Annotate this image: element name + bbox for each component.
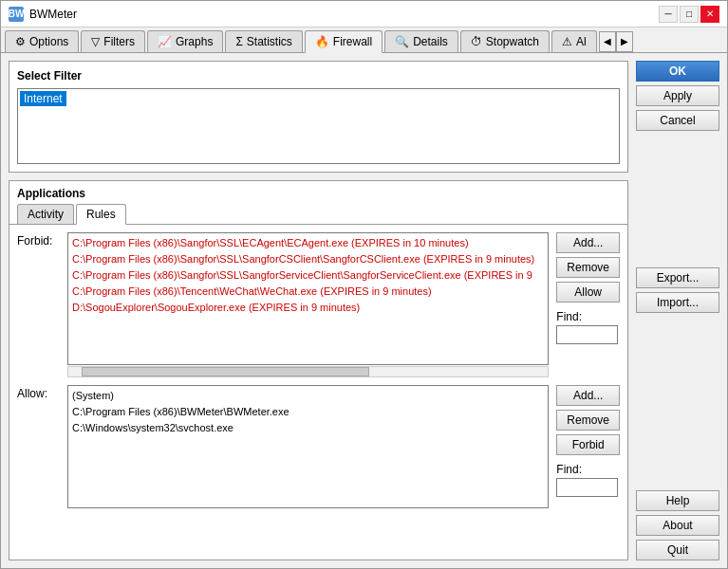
rules-content: Forbid: C:\Program Files (x86)\Sangfor\S… bbox=[9, 225, 627, 560]
about-button[interactable]: About bbox=[636, 515, 719, 536]
tab-nav-right[interactable]: ▶ bbox=[616, 31, 633, 52]
forbid-label: Forbid: bbox=[17, 232, 60, 248]
statistics-icon: Σ bbox=[235, 35, 242, 48]
tab-al-label: Al bbox=[576, 35, 587, 48]
forbid-scrollbar-thumb bbox=[82, 367, 369, 376]
forbid-find-section: Find: bbox=[556, 310, 620, 344]
allow-label: Allow: bbox=[17, 385, 60, 400]
allow-find-label: Find: bbox=[556, 463, 620, 476]
close-button[interactable]: ✕ bbox=[700, 6, 719, 23]
main-panel: Select Filter Internet Applications Acti… bbox=[9, 61, 628, 560]
select-filter-section: Select Filter Internet bbox=[9, 61, 628, 173]
stopwatch-icon: ⏱ bbox=[471, 35, 482, 48]
tab-filters[interactable]: ▽ Filters bbox=[81, 30, 145, 52]
firewall-icon: 🔥 bbox=[315, 35, 329, 48]
title-bar-left: BW BWMeter bbox=[9, 7, 77, 22]
apply-button[interactable]: Apply bbox=[636, 85, 719, 106]
content-area: Select Filter Internet Applications Acti… bbox=[1, 53, 727, 568]
filters-icon: ▽ bbox=[91, 35, 100, 48]
maximize-button[interactable]: □ bbox=[680, 6, 699, 23]
details-icon: 🔍 bbox=[395, 35, 409, 48]
help-button[interactable]: Help bbox=[636, 490, 719, 511]
graphs-icon: 📈 bbox=[158, 35, 172, 48]
allow-buttons: Add... Remove Forbid Find: bbox=[556, 385, 620, 497]
forbid-buttons: Add... Remove Allow Find: bbox=[556, 232, 620, 344]
filter-selected-item[interactable]: Internet bbox=[20, 91, 66, 106]
al-icon: ⚠ bbox=[562, 35, 572, 48]
tab-details-label: Details bbox=[413, 35, 448, 48]
list-item: C:\Program Files (x86)\Sangfor\SSL\Sangf… bbox=[70, 267, 546, 284]
allow-section: Allow: (System) C:\Program Files (x86)\B… bbox=[17, 385, 620, 552]
list-item: C:\Windows\system32\svchost.exe bbox=[70, 420, 546, 436]
tab-firewall[interactable]: 🔥 Firewall bbox=[305, 30, 383, 53]
allow-find-section: Find: bbox=[556, 463, 620, 497]
forbid-scrollbar[interactable] bbox=[67, 366, 549, 377]
list-item: D:\SogouExplorer\SogouExplorer.exe (EXPI… bbox=[70, 300, 546, 316]
forbid-list-wrapper: C:\Program Files (x86)\Sangfor\SSL\ECAge… bbox=[67, 232, 549, 377]
quit-button[interactable]: Quit bbox=[636, 540, 719, 560]
list-item: (System) bbox=[70, 388, 546, 404]
app-icon-text: BW bbox=[9, 9, 25, 19]
forbid-section: Forbid: C:\Program Files (x86)\Sangfor\S… bbox=[17, 232, 620, 377]
side-mid-buttons: Export... Import... bbox=[636, 135, 719, 479]
forbid-find-input[interactable] bbox=[556, 325, 618, 344]
allow-forbid-button[interactable]: Forbid bbox=[556, 434, 620, 455]
tab-stopwatch[interactable]: ⏱ Stopwatch bbox=[460, 30, 550, 52]
forbid-remove-button[interactable]: Remove bbox=[556, 257, 620, 278]
cancel-button[interactable]: Cancel bbox=[636, 110, 719, 131]
export-button[interactable]: Export... bbox=[636, 267, 719, 288]
allow-listbox[interactable]: (System) C:\Program Files (x86)\BWMeter\… bbox=[67, 385, 549, 508]
import-button[interactable]: Import... bbox=[636, 292, 719, 313]
tab-al[interactable]: ⚠ Al bbox=[551, 30, 597, 52]
side-bottom-buttons: Help About Quit bbox=[636, 490, 719, 560]
tab-options[interactable]: ⚙ Options bbox=[5, 30, 79, 52]
minimize-button[interactable]: ─ bbox=[659, 6, 678, 23]
allow-find-input[interactable] bbox=[556, 478, 618, 497]
options-icon: ⚙ bbox=[15, 35, 26, 48]
sub-tab-rules[interactable]: Rules bbox=[76, 204, 126, 225]
ok-button[interactable]: OK bbox=[636, 61, 719, 82]
side-top-buttons: OK Apply Cancel bbox=[636, 61, 719, 131]
forbid-add-button[interactable]: Add... bbox=[556, 232, 620, 253]
tab-statistics[interactable]: Σ Statistics bbox=[225, 30, 302, 52]
tab-filters-label: Filters bbox=[103, 35, 135, 48]
list-item: C:\Program Files (x86)\BWMeter\BWMeter.e… bbox=[70, 404, 546, 420]
list-item: C:\Program Files (x86)\Sangfor\SSL\ECAge… bbox=[70, 235, 546, 251]
applications-title: Applications bbox=[9, 181, 627, 204]
allow-list-wrapper: (System) C:\Program Files (x86)\BWMeter\… bbox=[67, 385, 549, 508]
tab-graphs-label: Graphs bbox=[176, 35, 213, 48]
list-item: C:\Program Files (x86)\Tencent\WeChat\We… bbox=[70, 284, 546, 300]
tab-graphs[interactable]: 📈 Graphs bbox=[147, 30, 223, 52]
allow-remove-button[interactable]: Remove bbox=[556, 410, 620, 431]
tab-bar: ⚙ Options ▽ Filters 📈 Graphs Σ Statistic… bbox=[1, 28, 727, 53]
window-controls: ─ □ ✕ bbox=[659, 6, 719, 23]
side-panel: OK Apply Cancel Export... Import... Help… bbox=[636, 61, 719, 560]
filter-listbox[interactable]: Internet bbox=[17, 88, 620, 164]
sub-tab-activity-label: Activity bbox=[28, 208, 64, 221]
main-window: BW BWMeter ─ □ ✕ ⚙ Options ▽ Filters 📈 G… bbox=[0, 0, 728, 569]
applications-section: Applications Activity Rules Forbid: bbox=[9, 180, 628, 560]
tab-nav-left[interactable]: ◀ bbox=[599, 31, 616, 52]
list-item: C:\Program Files (x86)\Sangfor\SSL\Sangf… bbox=[70, 251, 546, 267]
window-title: BWMeter bbox=[29, 8, 77, 21]
select-filter-title: Select Filter bbox=[17, 69, 620, 83]
forbid-allow-button[interactable]: Allow bbox=[556, 282, 620, 303]
tab-details[interactable]: 🔍 Details bbox=[384, 30, 458, 52]
forbid-listbox[interactable]: C:\Program Files (x86)\Sangfor\SSL\ECAge… bbox=[67, 232, 549, 365]
title-bar: BW BWMeter ─ □ ✕ bbox=[1, 1, 727, 28]
sub-tab-activity[interactable]: Activity bbox=[17, 204, 74, 224]
sub-tab-rules-label: Rules bbox=[86, 208, 116, 221]
tab-stopwatch-label: Stopwatch bbox=[486, 35, 539, 48]
tab-options-label: Options bbox=[29, 35, 68, 48]
tab-statistics-label: Statistics bbox=[247, 35, 292, 48]
forbid-find-label: Find: bbox=[556, 310, 620, 323]
sub-tab-bar: Activity Rules bbox=[9, 204, 627, 225]
allow-add-button[interactable]: Add... bbox=[556, 385, 620, 406]
tab-firewall-label: Firewall bbox=[333, 35, 372, 48]
app-icon: BW bbox=[9, 7, 24, 22]
